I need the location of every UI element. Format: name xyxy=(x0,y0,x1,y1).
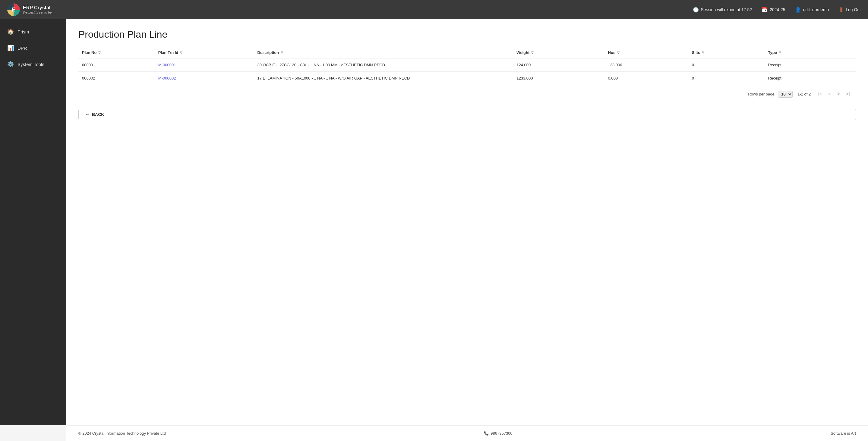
session-expiry: 🕐 Session will expire at 17:52 xyxy=(693,7,752,13)
filter-icon-slits[interactable]: ▽ xyxy=(702,51,704,54)
phone-number: 9867357300 xyxy=(491,431,512,436)
col-header-plan-no: Plan No ▽ xyxy=(79,47,155,58)
table-row: 000002M-00000217 EI LAMINATION - 50A1000… xyxy=(79,72,856,85)
logout-icon: 🚪 xyxy=(838,7,844,12)
filter-icon-description[interactable]: ▽ xyxy=(281,51,283,54)
cell-plan_no: 000002 xyxy=(79,72,155,85)
rows-per-page-label: Rows per page: xyxy=(748,92,775,96)
phone-icon: 📞 xyxy=(484,431,489,436)
cell-plan_trn_id[interactable]: M-000002 xyxy=(155,72,254,85)
app-name: ERP Crystal xyxy=(23,5,54,10)
gear-icon: ⚙️ xyxy=(7,61,14,67)
next-page-button[interactable]: > xyxy=(835,90,842,98)
page-navigation: |< < > >| xyxy=(815,90,852,98)
col-header-weight: Weight ▽ xyxy=(513,47,604,58)
user-label: udit_dprdemo xyxy=(803,7,829,12)
user-indicator: 👤 udit_dprdemo xyxy=(795,7,829,13)
layout: 🏠 Prism 📊 DPR ⚙️ System Tools Production… xyxy=(0,19,868,425)
pagination: Rows per page: 10 25 50 1-2 of 2 |< < > … xyxy=(79,85,856,103)
clock-icon: 🕐 xyxy=(693,7,699,13)
year-label: 2024-25 xyxy=(770,7,785,12)
chart-icon: 📊 xyxy=(7,44,14,51)
home-icon: 🏠 xyxy=(7,28,14,35)
cell-type: Receipt xyxy=(765,72,856,85)
cell-nos: 133.000 xyxy=(604,58,688,72)
sidebar: 🏠 Prism 📊 DPR ⚙️ System Tools xyxy=(0,19,66,425)
col-header-type: Type ▽ xyxy=(765,47,856,58)
back-button-label: BACK xyxy=(92,112,104,117)
sidebar-item-dpr[interactable]: 📊 DPR xyxy=(0,40,66,56)
filter-icon-nos[interactable]: ▽ xyxy=(617,51,620,54)
session-label: Session will expire at 17:52 xyxy=(701,7,752,12)
page-title: Production Plan Line xyxy=(79,29,856,40)
back-arrow-icon: ← xyxy=(85,112,90,117)
cell-description: 17 EI LAMINATION - 50A1000 - .. NA - .. … xyxy=(254,72,513,85)
sidebar-item-prism[interactable]: 🏠 Prism xyxy=(0,24,66,39)
user-icon: 👤 xyxy=(795,7,801,13)
year-indicator: 📅 2024-25 xyxy=(762,7,785,13)
back-button[interactable]: ← BACK xyxy=(79,109,856,120)
cell-nos: 0.000 xyxy=(604,72,688,85)
sidebar-item-system-tools[interactable]: ⚙️ System Tools xyxy=(0,57,66,72)
col-header-plan-trn-id: Plan Trn Id ▽ xyxy=(155,47,254,58)
logo-icon: E xyxy=(7,3,20,16)
prev-page-button[interactable]: < xyxy=(826,90,833,98)
app-footer: © 2024 Crystal Information Technology Pr… xyxy=(66,425,868,441)
app-subtitle: the best is yet to be.. xyxy=(23,10,54,14)
logout-label: Log Out xyxy=(846,7,861,12)
cell-plan_trn_id[interactable]: M-000001 xyxy=(155,58,254,72)
filter-icon-plan-trn-id[interactable]: ▽ xyxy=(180,51,182,54)
logo: E ERP Crystal the best is yet to be.. xyxy=(7,3,54,16)
page-info: 1-2 of 2 xyxy=(798,92,811,96)
logout-button[interactable]: 🚪 Log Out xyxy=(838,7,861,12)
app-header: E ERP Crystal the best is yet to be.. 🕐 … xyxy=(0,0,868,19)
sidebar-item-label: Prism xyxy=(18,29,29,34)
filter-icon-weight[interactable]: ▽ xyxy=(531,51,534,54)
copyright: © 2024 Crystal Information Technology Pr… xyxy=(79,431,166,436)
filter-icon-type[interactable]: ▽ xyxy=(779,51,781,54)
cell-plan_no: 000001 xyxy=(79,58,155,72)
tagline: Software is Art xyxy=(831,431,856,436)
main-content: Production Plan Line Plan No ▽ Plan Trn … xyxy=(66,19,868,425)
cell-weight: 124.000 xyxy=(513,58,604,72)
last-page-button[interactable]: >| xyxy=(844,90,852,98)
cell-weight: 1233.000 xyxy=(513,72,604,85)
calendar-icon: 📅 xyxy=(762,7,768,13)
col-header-description: Description ▽ xyxy=(254,47,513,58)
phone-info: 📞 9867357300 xyxy=(484,431,512,436)
header-right: 🕐 Session will expire at 17:52 📅 2024-25… xyxy=(693,7,861,13)
first-page-button[interactable]: |< xyxy=(815,90,825,98)
table-row: 000001M-00000130 OCB E - .27CG120 - C3L … xyxy=(79,58,856,72)
production-plan-table: Plan No ▽ Plan Trn Id ▽ Description xyxy=(79,47,856,85)
rows-per-page-control: Rows per page: 10 25 50 xyxy=(748,91,793,98)
col-header-slits: Slits ▽ xyxy=(688,47,765,58)
sidebar-item-label: DPR xyxy=(18,45,27,50)
logo-text: ERP Crystal the best is yet to be.. xyxy=(23,5,54,14)
cell-slits: 0 xyxy=(688,58,765,72)
cell-description: 30 OCB E - .27CG120 - C3L - .. NA - 1.00… xyxy=(254,58,513,72)
cell-slits: 0 xyxy=(688,72,765,85)
cell-type: Receipt xyxy=(765,58,856,72)
filter-icon-plan-no[interactable]: ▽ xyxy=(98,51,101,54)
col-header-nos: Nos ▽ xyxy=(604,47,688,58)
rows-per-page-select[interactable]: 10 25 50 xyxy=(778,91,793,98)
sidebar-item-label: System Tools xyxy=(18,62,44,67)
